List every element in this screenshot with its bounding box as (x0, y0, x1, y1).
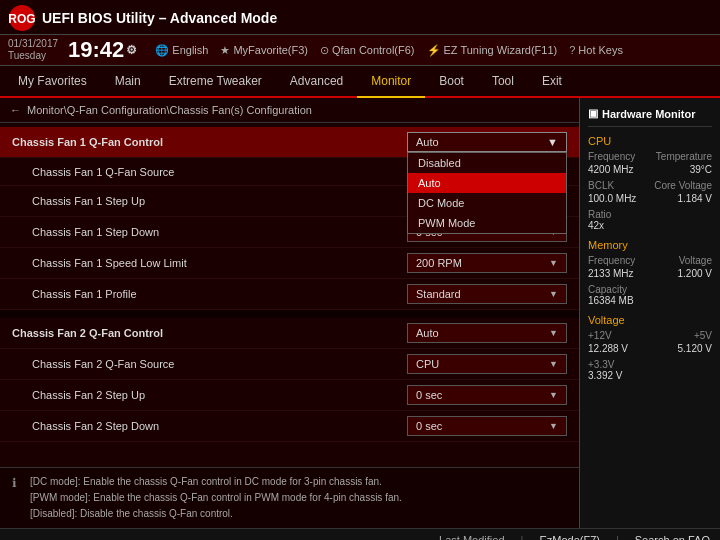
chassis-fan2-source-row[interactable]: Chassis Fan 2 Q-Fan Source CPU ▼ (0, 349, 579, 380)
chassis-fan2-step-down-value: 0 sec (416, 420, 442, 432)
chassis-fan1-speed-limit-dropdown[interactable]: 200 RPM ▼ (407, 253, 567, 273)
svg-text:ROG: ROG (8, 12, 35, 26)
date-label: 01/31/2017 (8, 38, 58, 50)
volt-5-value: 5.120 V (678, 343, 712, 354)
language-icon: 🌐 (155, 44, 169, 57)
title-bar-text: UEFI BIOS Utility – Advanced Mode (42, 10, 277, 26)
info-line-2: [PWM mode]: Enable the chassis Q-Fan con… (30, 490, 569, 506)
chassis-fan2-source-dropdown[interactable]: CPU ▼ (407, 354, 567, 374)
monitor-icon: ▣ (588, 107, 598, 120)
bottom-bar: Last Modified | EzMode(F7) | Search on F… (0, 528, 720, 540)
chassis-fan1-step-up-label: Chassis Fan 1 Step Up (12, 195, 407, 207)
chassis-fan2-step-down-dropdown[interactable]: 0 sec ▼ (407, 416, 567, 436)
cpu-bclk-label: BCLK (588, 180, 614, 191)
separator: | (521, 534, 524, 541)
nav-main[interactable]: Main (101, 66, 155, 98)
chassis-fan2-step-up-dropdown[interactable]: 0 sec ▼ (407, 385, 567, 405)
option-pwm-mode[interactable]: PWM Mode (408, 213, 566, 233)
info-box-content: ℹ [DC mode]: Enable the chassis Q-Fan co… (30, 474, 569, 522)
memory-section-title: Memory (588, 239, 712, 251)
dropdown-arrow-icon: ▼ (549, 359, 558, 369)
tune-icon: ⚡ (427, 44, 441, 57)
chassis-fan2-qfan-control-row[interactable]: Chassis Fan 2 Q-Fan Control Auto ▼ (0, 318, 579, 349)
separator2: | (616, 534, 619, 541)
option-auto[interactable]: Auto (408, 173, 566, 193)
chassis-fan2-step-down-row[interactable]: Chassis Fan 2 Step Down 0 sec ▼ (0, 411, 579, 442)
chassis-fan1-qfan-value: Auto (416, 136, 439, 148)
left-panel: ← Monitor\Q-Fan Configuration\Chassis Fa… (0, 98, 580, 528)
time-value: 19:42 (68, 37, 124, 63)
chassis-fan1-profile-row[interactable]: Chassis Fan 1 Profile Standard ▼ (0, 279, 579, 310)
chassis-fan2-step-up-value: 0 sec (416, 389, 442, 401)
cpu-section-title: CPU (588, 135, 712, 147)
chassis-fan1-profile-dropdown[interactable]: Standard ▼ (407, 284, 567, 304)
dropdown-arrow-icon: ▼ (547, 136, 558, 148)
hotkeys-icon: ? (569, 44, 575, 56)
qfan-item[interactable]: ⊙ Qfan Control(F6) (320, 44, 415, 57)
chassis-fan2-step-up-row[interactable]: Chassis Fan 2 Step Up 0 sec ▼ (0, 380, 579, 411)
search-faq-link[interactable]: Search on FAQ (635, 534, 710, 541)
info-bar: 01/31/2017 Tuesday 19:42 ⚙ 🌐 English ★ M… (0, 35, 720, 66)
mem-cap-label: Capacity (588, 284, 712, 295)
volt-33-label: +3.3V (588, 359, 712, 370)
qfan-label: Qfan Control(F6) (332, 44, 415, 56)
settings-area: Chassis Fan 1 Q-Fan Control Auto ▼ Disab… (0, 123, 579, 467)
title-bar: ROG UEFI BIOS Utility – Advanced Mode (0, 0, 720, 35)
cpu-corev-label: Core Voltage (654, 180, 712, 191)
chassis-fan1-speed-limit-row[interactable]: Chassis Fan 1 Speed Low Limit 200 RPM ▼ (0, 248, 579, 279)
info-icon: ℹ (12, 474, 17, 493)
hotkeys-label: Hot Keys (578, 44, 623, 56)
right-panel: ▣ Hardware Monitor CPU Frequency Tempera… (580, 98, 720, 528)
nav-tool[interactable]: Tool (478, 66, 528, 98)
volt-12-val-row: 12.288 V 5.120 V (588, 343, 712, 357)
cpu-freq-label: Frequency (588, 151, 635, 162)
chassis-fan1-qfan-dropdown[interactable]: Auto ▼ Disabled Auto DC Mode PWM Mode (407, 132, 567, 152)
chassis-fan2-qfan-label: Chassis Fan 2 Q-Fan Control (12, 327, 407, 339)
cpu-bclk-value: 100.0 MHz (588, 193, 636, 204)
fan-icon: ⊙ (320, 44, 329, 57)
mem-volt-value: 1.200 V (678, 268, 712, 279)
ez-mode-button[interactable]: EzMode(F7) (539, 534, 600, 541)
option-dc-mode[interactable]: DC Mode (408, 193, 566, 213)
volt-12-label-row: +12V +5V (588, 330, 712, 341)
day-label: Tuesday (8, 50, 58, 62)
eztuning-label: EZ Tuning Wizard(F11) (444, 44, 558, 56)
eztuning-item[interactable]: ⚡ EZ Tuning Wizard(F11) (427, 44, 558, 57)
nav-advanced[interactable]: Advanced (276, 66, 357, 98)
nav-exit[interactable]: Exit (528, 66, 576, 98)
myfavorites-item[interactable]: ★ MyFavorite(F3) (220, 44, 308, 57)
cpu-temp-label: Temperature (656, 151, 712, 162)
option-disabled[interactable]: Disabled (408, 153, 566, 173)
back-arrow-icon[interactable]: ← (10, 104, 21, 116)
gear-icon[interactable]: ⚙ (126, 43, 137, 57)
language-item[interactable]: 🌐 English (155, 44, 208, 57)
mem-freq-value: 2133 MHz (588, 268, 634, 279)
nav-monitor[interactable]: Monitor (357, 66, 425, 98)
chassis-fan1-qfan-menu: Disabled Auto DC Mode PWM Mode (407, 152, 567, 234)
info-line-1: [DC mode]: Enable the chassis Q-Fan cont… (30, 474, 569, 490)
chassis-fan2-qfan-dropdown[interactable]: Auto ▼ (407, 323, 567, 343)
dropdown-arrow-icon: ▼ (549, 258, 558, 268)
chassis-fan2-step-down-label: Chassis Fan 2 Step Down (12, 420, 407, 432)
language-label: English (172, 44, 208, 56)
chassis-fan2-qfan-value: Auto (416, 327, 439, 339)
myfavorites-label: MyFavorite(F3) (233, 44, 308, 56)
breadcrumb-text: Monitor\Q-Fan Configuration\Chassis Fan(… (27, 104, 312, 116)
nav-extreme-tweaker[interactable]: Extreme Tweaker (155, 66, 276, 98)
cpu-bclk-label-row: BCLK Core Voltage (588, 180, 712, 191)
nav-bar: My Favorites Main Extreme Tweaker Advanc… (0, 66, 720, 98)
chassis-fan2-step-up-label: Chassis Fan 2 Step Up (12, 389, 407, 401)
chassis-fan1-speed-limit-label: Chassis Fan 1 Speed Low Limit (12, 257, 407, 269)
nav-boot[interactable]: Boot (425, 66, 478, 98)
chassis-fan1-qfan-btn[interactable]: Auto ▼ (407, 132, 567, 152)
mem-cap-value: 16384 MB (588, 295, 712, 306)
breadcrumb: ← Monitor\Q-Fan Configuration\Chassis Fa… (0, 98, 579, 123)
hw-monitor-title: ▣ Hardware Monitor (588, 104, 712, 127)
hotkeys-item[interactable]: ? Hot Keys (569, 44, 623, 57)
chassis-fan1-qfan-control-row[interactable]: Chassis Fan 1 Q-Fan Control Auto ▼ Disab… (0, 127, 579, 158)
nav-myfavorites[interactable]: My Favorites (4, 66, 101, 98)
volt-12-value: 12.288 V (588, 343, 628, 354)
mem-freq-label-row: Frequency Voltage (588, 255, 712, 266)
mem-volt-label: Voltage (679, 255, 712, 266)
cpu-freq-value: 4200 MHz (588, 164, 634, 175)
